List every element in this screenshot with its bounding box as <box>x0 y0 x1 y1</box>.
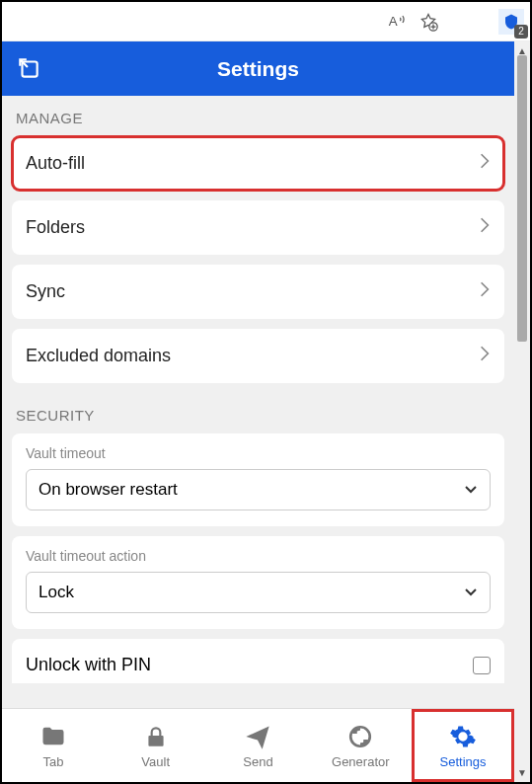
scrollbar[interactable]: ▲ ▼ <box>514 41 530 782</box>
list-item-label: Folders <box>26 217 85 238</box>
vault-timeout-action-select[interactable]: Lock <box>26 572 491 613</box>
chevron-right-icon <box>479 345 491 367</box>
nav-settings[interactable]: Settings <box>412 709 514 782</box>
select-value: Lock <box>38 583 74 602</box>
settings-header: Settings <box>2 41 514 96</box>
nav-vault[interactable]: Vault <box>105 709 207 782</box>
settings-content: MANAGE Auto-fill Folders Sync Excluded d… <box>2 96 514 708</box>
svg-text:A: A <box>389 14 398 29</box>
list-item-label: Excluded domains <box>26 346 171 366</box>
chevron-right-icon <box>479 280 491 303</box>
nav-generator[interactable]: Generator <box>309 709 412 782</box>
scroll-down-arrow[interactable]: ▼ <box>517 767 527 778</box>
gear-icon <box>449 723 477 750</box>
unlock-with-pin-label: Unlock with PIN <box>26 655 151 675</box>
vault-timeout-action-label: Vault timeout action <box>26 548 491 564</box>
autofill-row[interactable]: Auto-fill <box>12 136 504 191</box>
extension-badge: 2 <box>514 25 528 39</box>
send-icon <box>244 723 271 750</box>
vault-timeout-select[interactable]: On browser restart <box>26 469 491 510</box>
browser-toolbar: A 2 <box>2 2 530 41</box>
excluded-domains-row[interactable]: Excluded domains <box>12 329 504 383</box>
sync-row[interactable]: Sync <box>12 265 504 319</box>
nav-tab[interactable]: Tab <box>2 709 105 782</box>
chevron-down-icon <box>464 480 478 500</box>
chevron-right-icon <box>479 216 491 239</box>
nav-label: Vault <box>141 754 170 769</box>
list-item-label: Auto-fill <box>26 153 85 174</box>
list-item-label: Sync <box>26 281 65 302</box>
folder-icon <box>39 723 67 750</box>
read-aloud-icon[interactable]: A <box>386 11 408 33</box>
vault-timeout-group: Vault timeout On browser restart <box>12 433 504 526</box>
unlock-with-pin-row[interactable]: Unlock with PIN <box>12 639 504 683</box>
security-section-label: SECURITY <box>2 393 514 433</box>
nav-label: Generator <box>332 754 390 769</box>
unlock-with-pin-checkbox[interactable] <box>473 657 491 674</box>
nav-label: Send <box>243 754 272 769</box>
nav-label: Tab <box>42 754 63 769</box>
chevron-right-icon <box>479 152 491 175</box>
vault-timeout-action-group: Vault timeout action Lock <box>12 536 504 629</box>
select-value: On browser restart <box>38 480 178 500</box>
bottom-nav: Tab Vault Send Generator Settings <box>2 708 514 782</box>
refresh-icon <box>346 723 374 750</box>
page-title: Settings <box>217 57 299 81</box>
extension-icon[interactable]: 2 <box>498 9 524 35</box>
manage-section-label: MANAGE <box>2 96 514 136</box>
scroll-thumb[interactable] <box>517 55 527 342</box>
lock-icon <box>142 723 170 750</box>
vault-timeout-label: Vault timeout <box>26 445 491 461</box>
nav-label: Settings <box>440 754 487 769</box>
folders-row[interactable]: Folders <box>12 200 504 255</box>
popout-icon[interactable] <box>16 55 41 85</box>
favorites-icon[interactable] <box>418 11 439 33</box>
chevron-down-icon <box>464 583 478 602</box>
svg-rect-3 <box>148 735 163 745</box>
nav-send[interactable]: Send <box>207 709 310 782</box>
toolbar-spacer <box>449 11 489 33</box>
